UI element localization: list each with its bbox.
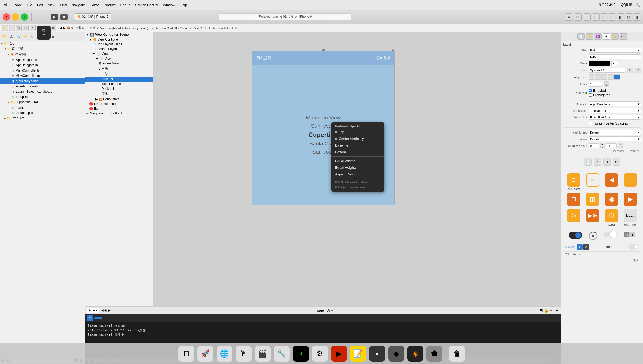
dock-parallels[interactable]: ▶ (331, 346, 347, 362)
tighten-checkbox[interactable] (589, 122, 592, 125)
menu-product[interactable]: Product (104, 3, 116, 7)
grid-icon[interactable]: ⊞ (540, 308, 543, 313)
insp-font-value[interactable]: System 17.0 (589, 68, 625, 73)
ctx-top[interactable]: Top (331, 129, 384, 135)
canvas-home-btn[interactable]: ◉ (104, 309, 107, 312)
btn-style-1[interactable]: 1 (577, 244, 583, 250)
breadcrumb-back[interactable]: ◀ (59, 26, 62, 30)
insp-shadow-dropdown[interactable]: Default ▾ (589, 136, 641, 141)
menu-file[interactable]: File (27, 3, 32, 7)
nav-item-appdelegate-h[interactable]: m AppDelegate.h (0, 57, 85, 63)
align-left-btn[interactable]: ≡ (589, 74, 594, 80)
menu-help[interactable]: Help (180, 3, 187, 7)
nav-item-main-storyboard[interactable]: ◨ Main.storyboard (0, 78, 85, 84)
lines-up-btn[interactable]: ▲ (604, 81, 609, 84)
maximize-button[interactable]: + (21, 13, 28, 21)
bc-project[interactable]: 📦 01-点餐 (67, 26, 81, 30)
btn-style-2[interactable]: 2 (583, 244, 589, 250)
dock-media[interactable]: 🎬 (255, 346, 271, 362)
zoom-control[interactable]: Auto ▾ (87, 308, 99, 313)
view-layout-1[interactable]: □ (592, 13, 600, 21)
font-picker-btn[interactable]: T (627, 68, 633, 73)
outline-fruit-label-text[interactable]: L 水果 (85, 66, 153, 71)
ctx-baseline[interactable]: Baseline (331, 142, 384, 149)
widget-nav[interactable]: ◉ (603, 193, 620, 207)
scheme-selector[interactable]: 🍕 01-点餐 | iPhone 6 (74, 13, 111, 20)
text-toggle-switch[interactable] (628, 244, 639, 250)
panel-bottom[interactable]: ⊡ (625, 13, 632, 21)
dock-safari[interactable]: 🌐 (217, 346, 232, 362)
nav-item-assets[interactable]: ◫ Assets.xcassets (0, 84, 85, 89)
insp-lines-value[interactable]: 1 (589, 82, 602, 87)
outline-fruit-lbl[interactable]: L Fruit Lbl (85, 77, 153, 82)
outline-drink-lbl[interactable]: L Drink Lbl (85, 86, 153, 91)
align-natural-btn[interactable]: ≡ (614, 74, 620, 80)
dock-launchpad[interactable]: 🚀 (197, 346, 213, 362)
input-method[interactable]: QQ拼音 (621, 3, 632, 7)
ctx-aspect-ratio[interactable]: Aspect Ratio (331, 171, 384, 177)
insp-autoshrink-dropdown[interactable]: Fixed Font Size ▾ (589, 115, 641, 120)
align-left-icon[interactable]: ⊣| (549, 308, 554, 313)
highlighted-checkbox[interactable] (589, 93, 592, 97)
widget-outline[interactable]: ○ (584, 173, 601, 190)
outline-storyboard-entry[interactable]: → Storyboard Entry Point (85, 111, 153, 116)
menu-view[interactable]: View (48, 3, 55, 7)
widget-play2[interactable]: ▶⊕ (584, 209, 601, 227)
insp-label-value[interactable]: Label (589, 54, 641, 59)
font-reset-btn[interactable]: ↺ (635, 68, 641, 73)
menu-find[interactable]: Find (60, 3, 67, 7)
dock-tools[interactable]: 🔧 (274, 346, 290, 362)
insp-tab-size[interactable]: 📐 (611, 33, 619, 40)
widget-play[interactable]: ▶ (622, 193, 639, 207)
shadow-h-stepper[interactable]: ▲ ▼ (600, 143, 605, 148)
enabled-checkbox[interactable] (589, 89, 592, 92)
widget-ksi[interactable]: □ KSI...aster (565, 173, 582, 190)
navigator-toggle[interactable]: ≡ (565, 13, 572, 21)
outline-bottom-layout[interactable]: 📄 Bottom Layout... (85, 47, 153, 51)
canvas-fwd-btn[interactable]: ▶ (108, 309, 110, 312)
outline-picker[interactable]: ⊟ Picker View (85, 61, 153, 66)
insp-icon-1[interactable]: 📄 (584, 158, 592, 166)
nav-icon-3[interactable]: 🔍 (16, 25, 22, 31)
align-justify-btn[interactable]: ≡ (608, 74, 614, 80)
breadcrumb-forward[interactable]: ▶ (63, 26, 66, 30)
insp-color-swatch[interactable] (589, 61, 610, 66)
spotlight-icon[interactable]: 🔍 (636, 3, 640, 7)
run-button[interactable]: ▶ (51, 14, 58, 20)
dock-notes[interactable]: 📝 (350, 346, 366, 362)
outline-main-food-text[interactable]: L 主菜 (85, 71, 153, 77)
ctx-equal-widths[interactable]: Equal Widths (331, 158, 384, 164)
widget-grid2[interactable]: ⊞ (565, 193, 582, 207)
bc-scene[interactable]: View Controller Scene (160, 26, 188, 30)
nav-item-viewcontroller-m[interactable]: m ViewController.m (0, 73, 85, 78)
nav-item-foods-plist[interactable]: p 01foods.plist (0, 110, 85, 116)
editor-toggle[interactable]: ↩ (583, 13, 591, 21)
lock-icon[interactable]: 🔒 (544, 308, 548, 313)
widget-cube[interactable]: ⬡ Label (603, 209, 620, 227)
widget-camera[interactable]: ⊙ (565, 209, 582, 227)
nav-item-target[interactable]: ▼ 🍕 01-点餐 (0, 52, 85, 57)
nav-log-icon[interactable]: ☰ (50, 34, 56, 39)
nav-folder-icon[interactable]: 📁 (2, 34, 7, 39)
menu-window[interactable]: Window (163, 3, 175, 7)
dock-app2[interactable]: ◆ (388, 346, 404, 362)
insp-tab-attributes[interactable]: ✦ (603, 33, 610, 40)
ctx-center-vertically[interactable]: Center Vertically (331, 135, 384, 142)
dock-mouse[interactable]: 🖱 (236, 346, 252, 362)
menu-editor[interactable]: Editor (90, 3, 99, 7)
insp-color-dropdown[interactable]: ▾ (611, 61, 618, 66)
resize-handle-top[interactable] (322, 49, 325, 51)
minimize-button[interactable]: − (12, 13, 19, 21)
apple-menu[interactable]: ⌘ (3, 2, 7, 7)
view-layout-2[interactable]: □ (600, 13, 607, 21)
bc-fruit-lbl[interactable]: Fruit Lbl (227, 26, 238, 30)
nav-test-icon[interactable]: ◇ (29, 34, 35, 39)
bc-storyboard[interactable]: Main.storyboard (100, 26, 121, 30)
dock-finder[interactable]: 🖥 (178, 346, 194, 362)
menu-navigate[interactable]: Navigate (71, 3, 85, 7)
outline-constraints[interactable]: ▶ ⊞ Constraints (85, 97, 153, 101)
panel-left[interactable]: ◧ (617, 13, 624, 21)
insp-text-dropdown[interactable]: Plain ▾ (589, 48, 641, 53)
nav-search-icon[interactable]: 🔍 (15, 34, 21, 39)
insp-icon-2[interactable]: ○ (594, 158, 601, 166)
